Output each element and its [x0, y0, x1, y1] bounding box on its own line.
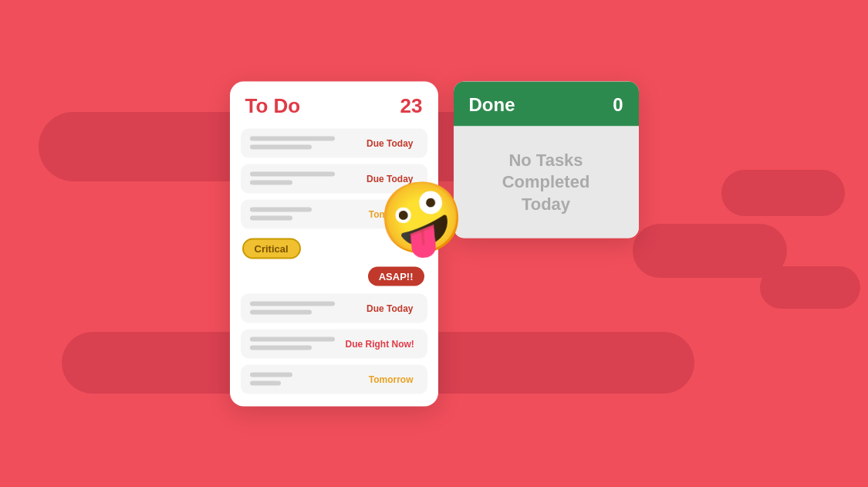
done-empty-text: No TasksCompletedToday: [469, 149, 623, 215]
task-line: [250, 181, 292, 185]
task-line: [250, 337, 335, 342]
task-lines: [250, 172, 356, 185]
task-item[interactable]: Tomorrow: [241, 364, 427, 394]
todo-title: To Do: [245, 93, 301, 117]
task-line: [250, 373, 292, 377]
done-count: 0: [613, 93, 623, 115]
task-line: [250, 216, 292, 221]
task-line: [250, 172, 335, 177]
todo-items: Due Today Due Today Tomorrow C: [230, 128, 438, 406]
todo-header: To Do 23: [230, 81, 438, 128]
task-lines: [250, 373, 358, 386]
critical-badge: Critical: [242, 238, 301, 259]
task-item[interactable]: Due Right Now!: [241, 329, 427, 358]
task-badge-due-today: Due Today: [362, 136, 417, 150]
task-item[interactable]: Due Today: [241, 293, 427, 323]
task-line: [250, 302, 335, 306]
task-badge-due-today: Due Today: [362, 301, 417, 315]
task-line: [250, 145, 312, 150]
task-badge-due-right-now: Due Right Now!: [341, 337, 419, 350]
task-line: [250, 310, 312, 315]
done-title: Done: [469, 93, 515, 115]
asap-row: ASAP!!: [241, 265, 427, 287]
todo-count: 23: [400, 93, 423, 117]
blob-4: [721, 170, 845, 216]
task-line: [250, 381, 281, 386]
task-lines: [250, 302, 356, 315]
blob-5: [760, 266, 860, 309]
done-header: Done 0: [454, 81, 639, 126]
task-line: [250, 346, 312, 350]
emoji-face: 🤪: [375, 174, 468, 262]
task-lines: [250, 337, 335, 350]
task-lines: [250, 208, 358, 221]
done-body: No TasksCompletedToday: [454, 126, 639, 238]
asap-badge: ASAP!!: [368, 266, 424, 286]
task-item[interactable]: Due Today: [241, 128, 427, 157]
task-line: [250, 137, 335, 141]
task-lines: [250, 137, 356, 150]
blob-3: [633, 224, 787, 278]
task-line: [250, 208, 312, 212]
task-badge-tomorrow: Tomorrow: [364, 372, 418, 386]
done-card: Done 0 No TasksCompletedToday: [454, 81, 639, 238]
